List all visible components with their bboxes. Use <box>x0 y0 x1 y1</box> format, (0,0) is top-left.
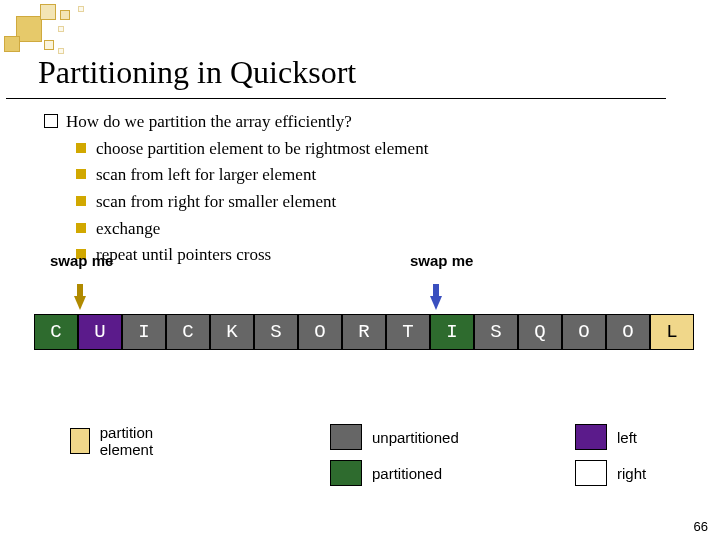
array-row: CUICKSORTISQOOL <box>34 314 694 350</box>
legend-label: left <box>617 429 637 446</box>
bullet-item: scan from right for smaller element <box>76 190 684 215</box>
bullet-item: choose partition element to be rightmost… <box>76 137 684 162</box>
legend-item: right <box>575 460 646 486</box>
legend-label: unpartitioned <box>372 429 459 446</box>
array-cell: T <box>386 314 430 350</box>
corner-decoration <box>0 0 120 60</box>
bullet-icon <box>76 223 86 233</box>
arrow-down-icon <box>430 296 442 310</box>
legend-item: unpartitioned <box>330 424 459 450</box>
legend-label: partitioned <box>372 465 442 482</box>
legend-label: partition element <box>100 424 166 458</box>
legend-item: left <box>575 424 646 450</box>
swap-me-label-right: swap me <box>410 252 473 269</box>
bullet-list: choose partition element to be rightmost… <box>76 137 684 268</box>
lead-text: How do we partition the array efficientl… <box>66 110 352 135</box>
legend-item: partitioned <box>330 460 459 486</box>
bullet-icon <box>76 143 86 153</box>
array-cell: R <box>342 314 386 350</box>
bullet-icon <box>76 169 86 179</box>
bullet-text: exchange <box>96 217 160 242</box>
array-cell: O <box>298 314 342 350</box>
bullet-text: repeat until pointers cross <box>96 243 271 268</box>
array-cell: S <box>254 314 298 350</box>
lead-question: How do we partition the array efficientl… <box>44 110 684 135</box>
swap-me-label-left: swap me <box>50 252 113 269</box>
legend-swatch-unpartitioned <box>330 424 362 450</box>
bullet-text: choose partition element to be rightmost… <box>96 137 428 162</box>
array-cell: C <box>34 314 78 350</box>
array-cell: S <box>474 314 518 350</box>
array-cell: Q <box>518 314 562 350</box>
page-number: 66 <box>694 519 708 534</box>
array-cell: C <box>166 314 210 350</box>
square-bullet-icon <box>44 114 58 128</box>
legend-item: partition element <box>70 424 165 458</box>
arrow-down-icon <box>74 296 86 310</box>
legend-swatch-right <box>575 460 607 486</box>
array-cell: I <box>430 314 474 350</box>
slide-title: Partitioning in Quicksort <box>38 54 356 91</box>
array-cell: L <box>650 314 694 350</box>
bullet-icon <box>76 196 86 206</box>
bullet-item: repeat until pointers cross <box>76 243 684 268</box>
legend-swatch-partition <box>70 428 90 454</box>
bullet-item: exchange <box>76 217 684 242</box>
array-cell: I <box>122 314 166 350</box>
legend-swatch-partitioned <box>330 460 362 486</box>
title-rule <box>6 98 666 99</box>
legend-label: right <box>617 465 646 482</box>
legend-swatch-left <box>575 424 607 450</box>
array-cell: K <box>210 314 254 350</box>
array-cell: O <box>562 314 606 350</box>
bullet-item: scan from left for larger element <box>76 163 684 188</box>
bullet-text: scan from right for smaller element <box>96 190 336 215</box>
body-content: How do we partition the array efficientl… <box>44 110 684 270</box>
bullet-text: scan from left for larger element <box>96 163 316 188</box>
array-cell: U <box>78 314 122 350</box>
array-cell: O <box>606 314 650 350</box>
